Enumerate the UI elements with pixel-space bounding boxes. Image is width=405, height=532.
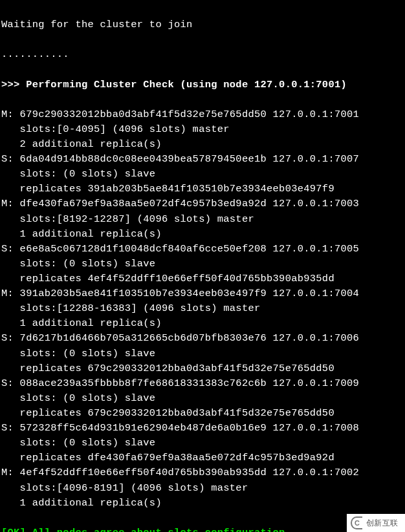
- node-extra: replicates dfe430fa679ef9a38aa5e072df4c9…: [1, 451, 404, 465]
- node-slots: slots:[8192-12287] (4096 slots) master: [1, 212, 404, 227]
- node-extra: replicates 679c290332012bba0d3abf41f5d32…: [1, 406, 404, 421]
- node-extra: replicates 4ef4f52ddff10e66eff50f40d765b…: [1, 271, 404, 286]
- cluster-check-line: >>> Performing Cluster Check (using node…: [1, 78, 404, 92]
- node-slots: slots:[0-4095] (4096 slots) master: [1, 122, 404, 137]
- watermark-logo-icon: C: [351, 516, 362, 529]
- node-slots: slots: (0 slots) slave: [1, 167, 404, 182]
- node-header: M: 4ef4f52ddff10e66eff50f40d765bb390ab93…: [1, 465, 404, 480]
- node-slots: slots: (0 slots) slave: [1, 391, 404, 406]
- node-header: S: 088ace239a35fbbbb8f7fe68618331383c762…: [1, 376, 404, 391]
- dots-line: ...........: [1, 47, 404, 62]
- node-extra: 2 additional replica(s): [1, 137, 404, 152]
- node-extra: replicates 679c290332012bba0d3abf41f5d32…: [1, 361, 404, 376]
- node-header: M: 679c290332012bba0d3abf41f5d32e75e765d…: [1, 107, 404, 122]
- node-header: S: 6da04d914bb88dc0c08ee0439bea57879450e…: [1, 152, 404, 167]
- waiting-line: Waiting for the cluster to join: [1, 17, 404, 32]
- node-header: S: e6e8a5c067128d1f10048dcf840af6cce50ef…: [1, 242, 404, 257]
- node-extra: 1 additional replica(s): [1, 316, 404, 331]
- node-extra: 1 additional replica(s): [1, 227, 404, 242]
- node-header: S: 572328ff5c64d931b91e62904eb487de6a0b1…: [1, 421, 404, 436]
- node-slots: slots: (0 slots) slave: [1, 346, 404, 361]
- node-slots: slots:[12288-16383] (4096 slots) master: [1, 301, 404, 316]
- node-extra: 1 additional replica(s): [1, 496, 404, 511]
- watermark-text: 创新互联: [366, 517, 398, 529]
- node-slots: slots: (0 slots) slave: [1, 436, 404, 451]
- terminal-output[interactable]: Waiting for the cluster to join ........…: [0, 0, 405, 532]
- node-header: S: 7d6217b1d6466b705a312665cb6d07bfb8303…: [1, 331, 404, 346]
- node-header: M: 391ab203b5ae841f103510b7e3934eeb03e49…: [1, 286, 404, 301]
- node-slots: slots: (0 slots) slave: [1, 257, 404, 271]
- node-slots: slots:[4096-8191] (4096 slots) master: [1, 481, 404, 496]
- node-extra: replicates 391ab203b5ae841f103510b7e3934…: [1, 182, 404, 197]
- node-header: M: dfe430fa679ef9a38aa5e072df4c957b3ed9a…: [1, 197, 404, 211]
- watermark: C 创新互联: [347, 514, 405, 532]
- ok-slots-config: [OK] All nodes agree about slots configu…: [1, 526, 404, 532]
